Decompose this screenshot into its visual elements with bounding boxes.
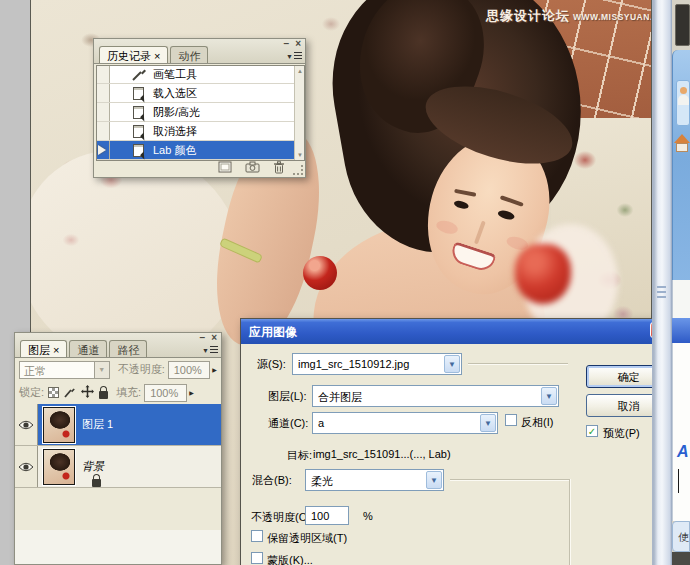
history-state-icon	[132, 144, 147, 157]
fill-value-field[interactable]: 100%	[144, 384, 187, 402]
opacity-slider-arrow-icon[interactable]: ▶	[210, 366, 219, 373]
blend-mode-select[interactable]: 正常 ▼	[19, 361, 110, 379]
source-label: 源(S):	[257, 357, 286, 372]
layers-close-button[interactable]: ×	[211, 334, 217, 342]
lock-transparency-icon[interactable]	[48, 387, 59, 398]
layer-row-background[interactable]: 背景	[15, 446, 221, 488]
visibility-toggle[interactable]	[15, 446, 38, 487]
layers-panel-header: – × 图层 × 通道 路径 ▼	[15, 333, 221, 358]
layers-empty-area	[15, 530, 221, 564]
layers-flyout-menu-button[interactable]: ▼	[202, 345, 218, 355]
history-panel-header: – × 历史记录 × 动作 ▼	[94, 39, 305, 64]
layer-thumbnail[interactable]	[43, 449, 75, 485]
target-value: img1_src_151091...(..., Lab)	[313, 448, 451, 460]
history-row[interactable]: 画笔工具	[97, 66, 304, 84]
dialog-opacity-input[interactable]: 100	[305, 506, 349, 525]
layer-row-layer1[interactable]: 图层 1	[15, 404, 221, 446]
photoshop-workspace: 思缘设计论坛 WWW.MISSYUAN.COM – × 历史记录 × 动作 ▼	[0, 0, 690, 565]
dialog-titlebar[interactable]: 应用图像 ×	[241, 319, 671, 344]
side-app-button[interactable]: 使	[672, 521, 690, 552]
side-app-text-area[interactable]: A	[672, 343, 690, 521]
channel-select[interactable]: a ▼	[312, 412, 498, 434]
history-row-selected[interactable]: Lab 颜色	[97, 141, 304, 160]
layers-panel: – × 图层 × 通道 路径 ▼ 正常 ▼ 不透明度: 100% ▶ 锁定:	[14, 332, 222, 565]
layer-name[interactable]: 图层 1	[82, 417, 113, 432]
lock-all-icon[interactable]	[99, 391, 108, 399]
layers-minimize-button[interactable]: –	[200, 334, 206, 342]
new-document-from-state-icon[interactable]	[218, 161, 232, 173]
lock-fill-row: 锁定: 填充: 100% ▶	[15, 381, 221, 404]
photo-nose	[474, 220, 486, 244]
history-flyout-menu-button[interactable]: ▼	[286, 51, 302, 61]
history-row[interactable]: 取消选择	[97, 122, 304, 141]
history-brush-source-well[interactable]	[97, 103, 110, 121]
layer-name[interactable]: 背景	[82, 459, 104, 474]
invert-checkbox[interactable]	[505, 414, 517, 426]
history-row[interactable]: 载入选区	[97, 84, 304, 103]
lock-paint-icon[interactable]	[64, 386, 76, 400]
tab-actions[interactable]: 动作	[170, 46, 208, 63]
history-minimize-button[interactable]: –	[284, 40, 290, 48]
history-scrollbar[interactable]: ▲ ▼	[294, 66, 304, 160]
mask-checkbox[interactable]	[251, 552, 263, 564]
history-state-icon	[132, 125, 147, 138]
side-app-letter: A	[677, 443, 689, 461]
tab-paths[interactable]: 路径	[109, 340, 147, 357]
photo-blush-left	[435, 218, 459, 236]
watermark: 思缘设计论坛 WWW.MISSYUAN.COM	[486, 7, 651, 25]
preview-checkbox[interactable]: ✓	[586, 425, 598, 437]
scroll-up-icon[interactable]: ▲	[295, 68, 305, 74]
watermark-site-url: WWW.MISSYUAN.COM	[573, 12, 652, 22]
fill-label: 填充:	[116, 385, 141, 400]
history-brush-source-well[interactable]	[97, 66, 110, 83]
preserve-transparency-checkbox[interactable]	[251, 530, 263, 542]
separator	[569, 479, 571, 565]
history-resize-grip[interactable]	[293, 165, 304, 176]
history-item-label: 阴影/高光	[153, 105, 200, 120]
blend-select[interactable]: 柔光 ▼	[305, 469, 444, 491]
separator	[468, 363, 568, 365]
history-state-icon	[132, 87, 147, 100]
history-close-button[interactable]: ×	[295, 40, 301, 48]
side-app-footer	[672, 552, 690, 565]
side-app-titlebar	[672, 318, 690, 343]
photo-eye-left	[453, 199, 469, 210]
eye-icon	[18, 420, 34, 430]
new-snapshot-camera-icon[interactable]	[245, 161, 260, 173]
chevron-down-icon: ▼	[426, 471, 442, 489]
opacity-value-field[interactable]: 100%	[168, 361, 210, 379]
history-brush-source-well[interactable]	[97, 122, 110, 140]
home-icon[interactable]	[674, 134, 690, 176]
history-item-label: 画笔工具	[153, 67, 197, 82]
layer-thumbnail[interactable]	[43, 407, 75, 443]
history-list: 画笔工具 载入选区 阴影/高光 取消选择	[96, 65, 305, 161]
scroll-down-icon[interactable]: ▼	[295, 152, 305, 158]
layer-select[interactable]: 合并图层 ▼	[312, 385, 559, 407]
source-select[interactable]: img1_src_1510912.jpg ▼	[292, 353, 462, 375]
history-current-state-pointer[interactable]	[98, 145, 106, 155]
lock-position-move-icon[interactable]	[81, 385, 94, 400]
scrollbar-grip[interactable]	[657, 286, 666, 300]
history-brush-source-well[interactable]	[97, 141, 110, 159]
tab-history[interactable]: 历史记录 ×	[99, 46, 168, 63]
tab-layers[interactable]: 图层 ×	[20, 340, 67, 357]
window-edge-scrollbar[interactable]	[652, 0, 672, 565]
tab-channels[interactable]: 通道	[69, 340, 107, 357]
visibility-toggle[interactable]	[15, 404, 38, 445]
side-app-icon	[675, 4, 690, 46]
photo-strawberry	[515, 244, 571, 304]
blend-opacity-row: 正常 ▼ 不透明度: 100% ▶	[15, 358, 221, 381]
layer-label: 图层(L):	[268, 389, 307, 404]
brush-tool-icon	[132, 68, 147, 81]
delete-trash-icon[interactable]	[273, 161, 285, 174]
text-cursor	[678, 469, 679, 493]
history-panel: – × 历史记录 × 动作 ▼ 画笔工具	[93, 38, 306, 178]
photo-cherry	[303, 256, 337, 290]
watermark-site-name: 思缘设计论坛	[486, 8, 570, 23]
avatar-icon[interactable]	[676, 80, 690, 126]
history-state-icon	[132, 106, 147, 119]
history-row[interactable]: 阴影/高光	[97, 103, 304, 122]
fill-slider-arrow-icon[interactable]: ▶	[187, 389, 196, 396]
chevron-down-icon: ▼	[444, 355, 460, 373]
history-brush-source-well[interactable]	[97, 84, 110, 102]
